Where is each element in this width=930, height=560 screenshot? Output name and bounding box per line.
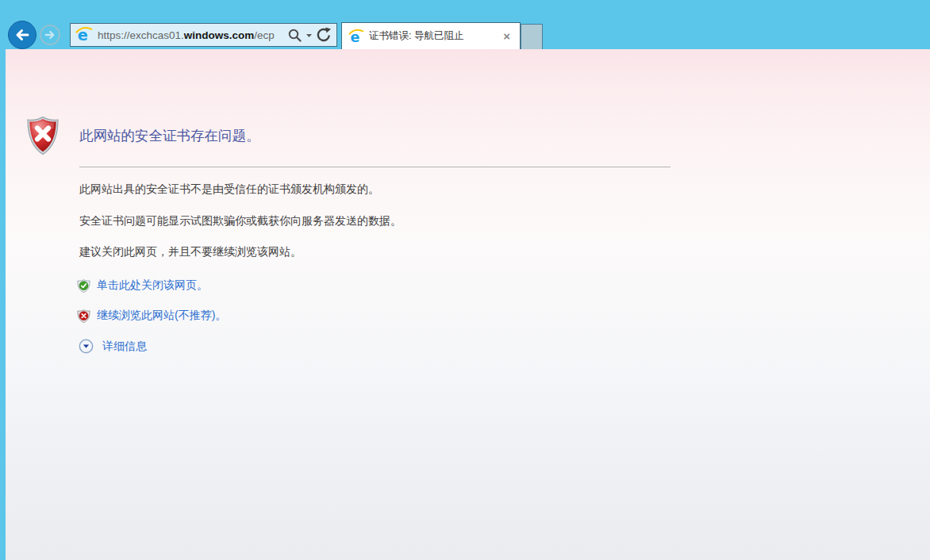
continue-website-link[interactable]: 继续浏览此网站(不推荐)。 <box>97 309 226 323</box>
ie-logo-icon: e <box>348 29 364 44</box>
address-bar[interactable]: e https://exchcas01.windows.com/ecp <box>70 23 337 47</box>
security-error-shield-icon <box>26 116 60 155</box>
close-page-row: 单击此处关闭该网页。 <box>77 278 208 293</box>
back-button[interactable] <box>8 21 37 49</box>
paragraph-spoof-warning: 安全证书问题可能显示试图欺骗你或截获你向服务器发送的数据。 <box>79 214 402 228</box>
tab-title: 证书错误: 导航已阻止 <box>369 29 500 43</box>
new-tab-button[interactable] <box>521 24 543 49</box>
tab-close-button[interactable]: × <box>500 29 513 43</box>
forward-arrow-icon <box>44 29 56 41</box>
url-text[interactable]: https://exchcas01.windows.com/ecp <box>98 29 275 41</box>
safe-shield-check-icon <box>77 279 90 293</box>
more-information-link[interactable]: 详细信息 <box>102 339 147 354</box>
browser-chrome: e https://exchcas01.windows.com/ecp <box>0 0 930 49</box>
tab-certificate-error[interactable]: e 证书错误: 导航已阻止 × <box>341 22 521 49</box>
ie-logo-icon: e <box>75 26 93 44</box>
certificate-error-page: 此网站的安全证书存在问题。 此网站出具的安全证书不是由受信任的证书颁发机构颁发的… <box>0 49 930 560</box>
divider <box>79 167 671 167</box>
expand-arrow-icon[interactable] <box>79 339 94 354</box>
paragraph-untrusted-ca: 此网站出具的安全证书不是由受信任的证书颁发机构颁发的。 <box>79 182 379 197</box>
close-webpage-link[interactable]: 单击此处关闭该网页。 <box>97 278 208 293</box>
browser-window: e https://exchcas01.windows.com/ecp <box>0 0 930 560</box>
refresh-icon[interactable] <box>316 27 332 43</box>
unsafe-shield-x-icon <box>77 309 90 323</box>
continue-site-row: 继续浏览此网站(不推荐)。 <box>77 309 226 323</box>
paragraph-recommendation: 建议关闭此网页，并且不要继续浏览该网站。 <box>79 245 302 259</box>
window-left-border <box>0 49 6 560</box>
back-arrow-icon <box>13 26 31 44</box>
search-icon[interactable] <box>287 28 302 43</box>
page-title: 此网站的安全证书存在问题。 <box>79 126 260 145</box>
more-information-row: 详细信息 <box>79 339 147 354</box>
dropdown-caret-icon[interactable] <box>306 32 313 39</box>
forward-button[interactable] <box>40 25 60 45</box>
